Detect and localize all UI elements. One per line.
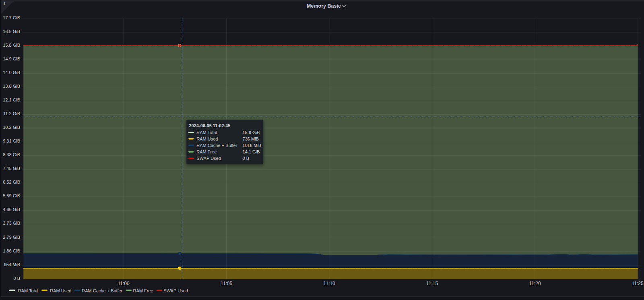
svg-text:SWAP Used: SWAP Used bbox=[196, 156, 221, 161]
svg-text:1016 MiB: 1016 MiB bbox=[243, 143, 261, 148]
svg-text:RAM Used: RAM Used bbox=[50, 288, 71, 293]
svg-text:15.9 GiB: 15.9 GiB bbox=[243, 130, 260, 135]
svg-text:9.31 GiB: 9.31 GiB bbox=[3, 139, 20, 143]
svg-text:RAM Cache + Buffer: RAM Cache + Buffer bbox=[82, 288, 122, 293]
svg-text:16.8 GiB: 16.8 GiB bbox=[3, 29, 20, 34]
svg-text:RAM Free: RAM Free bbox=[133, 288, 153, 293]
svg-text:0 B: 0 B bbox=[13, 276, 20, 281]
svg-text:2024-06-05 11:02:45: 2024-06-05 11:02:45 bbox=[189, 123, 231, 128]
svg-text:14.1 GiB: 14.1 GiB bbox=[243, 149, 260, 154]
svg-text:10.2 GiB: 10.2 GiB bbox=[3, 125, 20, 130]
svg-text:5.59 GiB: 5.59 GiB bbox=[3, 193, 20, 198]
svg-text:15.8 GiB: 15.8 GiB bbox=[3, 43, 20, 48]
svg-text:RAM Total: RAM Total bbox=[196, 130, 217, 135]
svg-text:11.2 GiB: 11.2 GiB bbox=[3, 111, 20, 116]
svg-text:17.7 GiB: 17.7 GiB bbox=[3, 15, 20, 20]
svg-text:2.79 GiB: 2.79 GiB bbox=[3, 235, 20, 240]
svg-text:0 B: 0 B bbox=[243, 156, 250, 161]
svg-text:11:15: 11:15 bbox=[426, 281, 438, 286]
svg-text:11:20: 11:20 bbox=[529, 281, 541, 286]
svg-text:11:25: 11:25 bbox=[632, 281, 643, 286]
svg-text:11:00: 11:00 bbox=[118, 281, 129, 286]
svg-text:736 MiB: 736 MiB bbox=[243, 137, 259, 141]
svg-text:11:10: 11:10 bbox=[323, 281, 335, 286]
svg-text:12.1 GiB: 12.1 GiB bbox=[3, 97, 20, 102]
svg-text:11:05: 11:05 bbox=[221, 281, 232, 286]
svg-text:SWAP Used: SWAP Used bbox=[163, 288, 188, 293]
svg-text:14.9 GiB: 14.9 GiB bbox=[3, 56, 20, 61]
svg-text:14.0 GiB: 14.0 GiB bbox=[3, 70, 20, 75]
svg-text:RAM Cache + Buffer: RAM Cache + Buffer bbox=[196, 143, 237, 148]
svg-text:1.86 GiB: 1.86 GiB bbox=[3, 248, 20, 253]
svg-text:13.0 GiB: 13.0 GiB bbox=[3, 84, 20, 89]
svg-text:954 MiB: 954 MiB bbox=[4, 262, 20, 267]
svg-text:8.38 GiB: 8.38 GiB bbox=[3, 152, 20, 157]
svg-text:4.66 GiB: 4.66 GiB bbox=[3, 207, 20, 212]
svg-text:6.52 GiB: 6.52 GiB bbox=[3, 180, 20, 184]
svg-text:Memory Basic: Memory Basic bbox=[307, 3, 341, 9]
svg-text:3.73 GiB: 3.73 GiB bbox=[3, 221, 20, 226]
svg-text:7.45 GiB: 7.45 GiB bbox=[3, 166, 20, 171]
svg-text:RAM Total: RAM Total bbox=[18, 288, 39, 293]
svg-text:RAM Free: RAM Free bbox=[196, 149, 217, 154]
svg-text:RAM Used: RAM Used bbox=[196, 137, 218, 141]
